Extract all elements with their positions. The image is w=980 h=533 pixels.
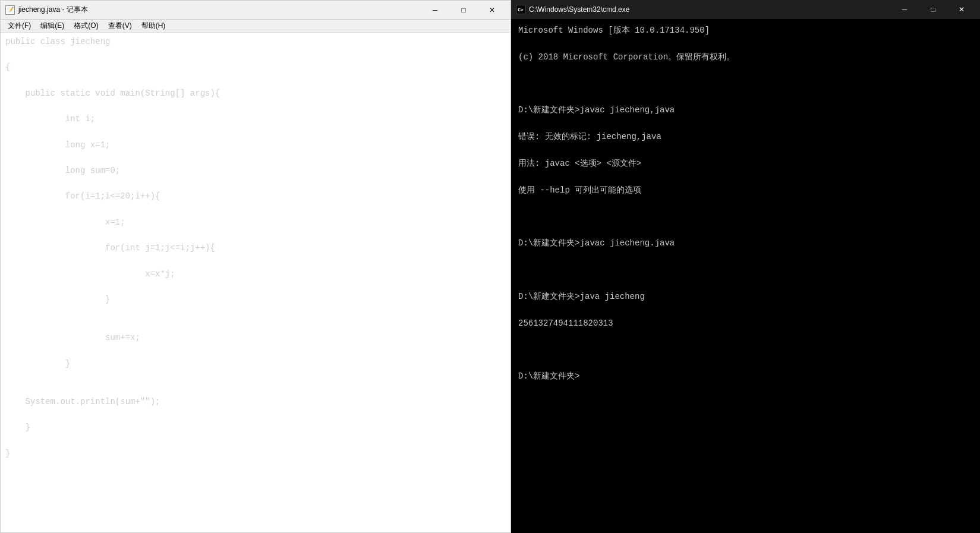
titlebar-left: 📝 jiecheng.java - 记事本 (5, 5, 88, 15)
code-line-0: public class jiecheng (5, 35, 506, 48)
code-line-8: for(int j=1;j<=i;j++){ (5, 241, 506, 254)
cmd-window: C> C:\Windows\System32\cmd.exe ─ □ ✕ Mic… (511, 0, 980, 533)
notepad-close-button[interactable]: ✕ (478, 2, 506, 18)
code-line-5: long sum=0; (5, 164, 506, 177)
cmd-line-10: D:\新建文件夹>java jiecheng (518, 290, 973, 303)
code-line-6: for(i=1;i<=20;i++){ (5, 190, 506, 203)
cmd-minimize-button[interactable]: ─ (891, 1, 918, 18)
code-line-17: } (5, 447, 506, 460)
code-line-2: public static void main(String[] args){ (5, 87, 506, 100)
code-line-4: long x=1; (5, 138, 506, 152)
cmd-titlebar-left: C> C:\Windows\System32\cmd.exe (516, 5, 629, 14)
notepad-titlebar-controls: ─ □ ✕ (421, 2, 506, 18)
cmd-line-7 (518, 210, 973, 223)
menu-help[interactable]: 帮助(H) (137, 20, 171, 32)
notepad-title: jiecheng.java - 记事本 (18, 5, 88, 15)
cmd-app-icon: C> (516, 5, 525, 14)
notepad-titlebar: 📝 jiecheng.java - 记事本 ─ □ ✕ (1, 1, 511, 20)
cmd-line-1: (c) 2018 Microsoft Corporation。保留所有权利。 (518, 51, 973, 64)
cmd-line-5: 用法: javac <选项> <源文件> (518, 157, 973, 170)
cmd-line-8: D:\新建文件夹>javac jiecheng.java (518, 236, 973, 250)
code-line-9: x=x*j; (5, 267, 506, 280)
notepad-window: 📝 jiecheng.java - 记事本 ─ □ ✕ 文件(F) 编辑(E) … (0, 0, 511, 533)
cmd-title: C:\Windows\System32\cmd.exe (529, 5, 629, 14)
cmd-line-4: 错误: 无效的标记: jiecheng,java (518, 130, 973, 143)
cmd-line-0: Microsoft Windows [版本 10.0.17134.950] (518, 24, 973, 37)
cmd-output-area: Microsoft Windows [版本 10.0.17134.950] (c… (511, 19, 980, 533)
code-line-1: { (5, 61, 506, 74)
code-line-16: } (5, 421, 506, 434)
code-line-3: int i; (5, 112, 506, 125)
cmd-line-6: 使用 --help 可列出可能的选项 (518, 184, 973, 197)
menu-format[interactable]: 格式(O) (69, 20, 103, 32)
notepad-app-icon: 📝 (5, 5, 15, 15)
menu-edit[interactable]: 编辑(E) (36, 20, 69, 32)
cmd-line-13: D:\新建文件夹> (518, 370, 973, 383)
code-line-10: } (5, 293, 506, 306)
code-line-13: } (5, 357, 506, 370)
cmd-close-button[interactable]: ✕ (948, 1, 975, 18)
cmd-line-2 (518, 77, 973, 90)
cmd-titlebar-controls: ─ □ ✕ (891, 1, 975, 18)
code-line-12: sum+=x; (5, 331, 506, 344)
menu-view[interactable]: 查看(V) (103, 20, 137, 32)
menu-file[interactable]: 文件(F) (3, 20, 36, 32)
cmd-line-11: 2561327494111820313 (518, 317, 973, 330)
cmd-line-3: D:\新建文件夹>javac jiecheng,java (518, 103, 973, 116)
code-line-7: x=1; (5, 216, 506, 229)
cmd-line-12 (518, 343, 973, 356)
notepad-code-area[interactable]: public class jiecheng { public static vo… (1, 33, 511, 532)
cmd-maximize-button[interactable]: □ (919, 1, 947, 18)
notepad-maximize-button[interactable]: □ (450, 2, 477, 18)
notepad-menubar: 文件(F) 编辑(E) 格式(O) 查看(V) 帮助(H) (1, 20, 511, 33)
notepad-minimize-button[interactable]: ─ (421, 2, 449, 18)
cmd-titlebar: C> C:\Windows\System32\cmd.exe ─ □ ✕ (511, 0, 980, 19)
code-line-15: System.out.println(sum+""); (5, 395, 506, 408)
cmd-line-9 (518, 263, 973, 276)
